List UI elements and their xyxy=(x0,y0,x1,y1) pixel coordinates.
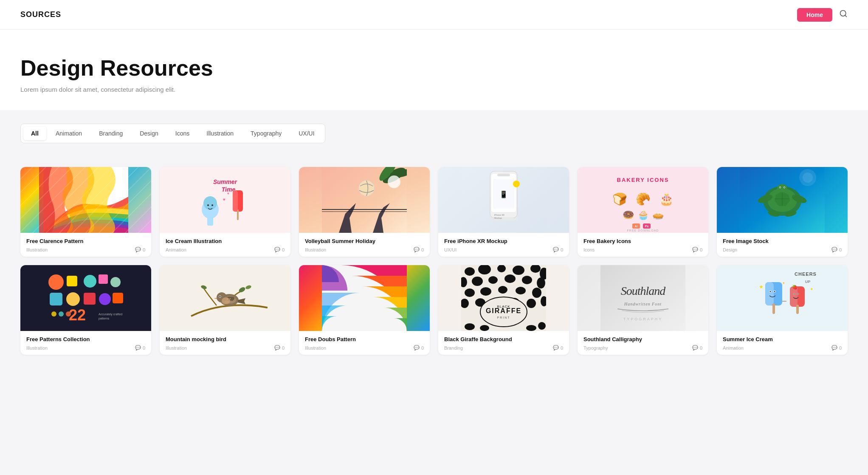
svg-text:GIRAFFE: GIRAFFE xyxy=(486,307,521,314)
svg-text:Mockup: Mockup xyxy=(494,217,502,219)
svg-text:🍞: 🍞 xyxy=(612,192,627,206)
card-meta-patterns: Illustration 💬 0 xyxy=(26,345,145,351)
comment-icon: 💬 xyxy=(831,345,837,351)
svg-point-10 xyxy=(211,204,213,206)
card-comments-iphone: 💬 0 xyxy=(553,247,563,252)
svg-text:Southland: Southland xyxy=(621,284,666,297)
filter-tab-all[interactable]: All xyxy=(23,127,46,140)
logo: SOURCES xyxy=(20,10,61,19)
card-bird[interactable]: Mountain mocking bird Illustration 💬 0 xyxy=(160,265,290,355)
card-imagestock[interactable]: Free Image Stock Design 💬 0 xyxy=(717,167,848,257)
card-title-clarence: Free Clarence Pattern xyxy=(26,238,145,244)
card-bakery[interactable]: BAKERY ICONS 🍞 🥐 🎂 🍩 🧁 🥧 Ai Ps FREE DO xyxy=(578,167,708,257)
svg-rect-73 xyxy=(113,293,123,303)
svg-point-52 xyxy=(777,184,787,192)
svg-point-115 xyxy=(527,299,536,308)
svg-point-91 xyxy=(230,298,231,299)
svg-text:iPhone XR: iPhone XR xyxy=(494,214,504,216)
comment-icon: 💬 xyxy=(135,345,141,351)
svg-text:Ai: Ai xyxy=(635,225,638,228)
svg-point-143 xyxy=(794,294,795,294)
svg-rect-65 xyxy=(67,276,77,286)
cards-grid: Free Clarence Pattern Illustration 💬 0 S… xyxy=(20,167,848,355)
filter-tab-animation[interactable]: Animation xyxy=(48,127,90,140)
svg-point-70 xyxy=(66,292,80,306)
card-body-icecream2: Summer Ice Cream Animation 💬 0 xyxy=(717,331,848,355)
svg-rect-133 xyxy=(772,303,775,314)
card-calligraphy[interactable]: Southland Handwritten Font TYPOGRAPHY So… xyxy=(578,265,708,355)
card-title-iphone: Free iPhone XR Mockup xyxy=(444,238,563,244)
card-category-patterns: Illustration xyxy=(26,345,48,351)
card-image-bird xyxy=(160,265,290,331)
svg-rect-12 xyxy=(237,209,239,220)
filter-tab-design[interactable]: Design xyxy=(132,127,166,140)
card-volleyball[interactable]: Volleyball Summer Holiday Illustration 💬… xyxy=(299,167,430,257)
svg-point-108 xyxy=(498,286,507,294)
filter-tab-illustration[interactable]: Illustration xyxy=(199,127,241,140)
card-image-patterns: 22 Accurately crafted patterns xyxy=(20,265,151,331)
filter-tab-branding[interactable]: Branding xyxy=(91,127,130,140)
filter-tab-typography[interactable]: Typography xyxy=(243,127,289,140)
card-category-iphone: UX/UI xyxy=(444,247,457,252)
filter-tabs: All Animation Branding Design Icons Illu… xyxy=(20,124,325,143)
filter-tab-icons[interactable]: Icons xyxy=(168,127,197,140)
home-button[interactable]: Home xyxy=(797,8,832,22)
svg-text:★: ★ xyxy=(759,284,764,290)
card-icecream[interactable]: Summer Time ♥ ♥ xyxy=(160,167,290,257)
svg-text:♥: ♥ xyxy=(227,192,229,195)
card-image-icecream: Summer Time ♥ ♥ xyxy=(160,167,290,233)
card-body-doubs: Free Doubs Pattern Illustration 💬 0 xyxy=(299,331,430,355)
svg-point-103 xyxy=(504,274,516,283)
svg-point-60 xyxy=(784,187,785,188)
svg-text:CHEERS: CHEERS xyxy=(795,271,817,277)
card-comments-icecream2: 💬 0 xyxy=(831,345,842,351)
card-category-imagestock: Design xyxy=(723,247,737,252)
card-meta-giraffe: Branding 💬 0 xyxy=(444,345,563,351)
card-comments-patterns: 💬 0 xyxy=(135,345,145,351)
svg-text:FREE DOWNLOAD: FREE DOWNLOAD xyxy=(627,229,659,232)
header: SOURCES Home xyxy=(0,0,868,30)
svg-point-23 xyxy=(388,175,400,188)
svg-point-72 xyxy=(99,293,111,305)
card-category-icecream: Animation xyxy=(166,247,186,252)
svg-point-77 xyxy=(51,311,56,317)
card-doubs[interactable]: Free Doubs Pattern Illustration 💬 0 xyxy=(299,265,430,355)
card-iphone[interactable]: 📱 iPhone XR Mockup Free iPhone XR Mockup… xyxy=(438,167,569,257)
comment-icon: 💬 xyxy=(274,345,280,351)
main-content: All Animation Branding Design Icons Illu… xyxy=(0,110,868,368)
card-meta-imagestock: Design 💬 0 xyxy=(723,247,842,252)
card-patterns[interactable]: 22 Accurately crafted patterns Free Patt… xyxy=(20,265,151,355)
card-body-iphone: Free iPhone XR Mockup UX/UI 💬 0 xyxy=(438,233,569,257)
card-giraffe[interactable]: BLACK GIRAFFE PRINT Black Giraffe Backgr… xyxy=(438,265,569,355)
card-category-doubs: Illustration xyxy=(305,345,326,351)
card-body-volleyball: Volleyball Summer Holiday Illustration 💬… xyxy=(299,233,430,257)
svg-point-101 xyxy=(472,277,483,286)
card-title-bakery: Free Bakery Icons xyxy=(583,238,702,244)
svg-rect-7 xyxy=(207,217,213,226)
card-icecream2[interactable]: CHEERS xyxy=(717,265,848,355)
card-image-volleyball xyxy=(299,167,430,233)
card-comments-icecream: 💬 0 xyxy=(274,247,285,252)
card-comments-imagestock: 💬 0 xyxy=(831,247,842,252)
card-comments-bakery: 💬 0 xyxy=(692,247,702,252)
svg-point-79 xyxy=(66,311,71,317)
svg-text:BAKERY ICONS: BAKERY ICONS xyxy=(617,177,669,183)
svg-rect-71 xyxy=(84,293,96,305)
svg-point-9 xyxy=(207,204,209,206)
header-right: Home xyxy=(797,8,848,22)
svg-text:✦: ✦ xyxy=(810,287,813,291)
card-clarence[interactable]: Free Clarence Pattern Illustration 💬 0 xyxy=(20,167,151,257)
svg-point-121 xyxy=(465,323,475,330)
svg-point-123 xyxy=(526,325,536,331)
svg-rect-69 xyxy=(50,293,62,305)
svg-point-64 xyxy=(48,274,64,290)
filter-tab-uxui[interactable]: UX/UI xyxy=(291,127,322,140)
svg-point-66 xyxy=(84,275,96,288)
svg-text:♥: ♥ xyxy=(223,197,225,202)
svg-point-62 xyxy=(803,172,813,183)
comment-icon: 💬 xyxy=(553,345,559,351)
svg-point-139 xyxy=(770,291,771,292)
svg-point-8 xyxy=(203,196,217,210)
search-icon-button[interactable] xyxy=(839,9,848,20)
card-image-bakery: BAKERY ICONS 🍞 🥐 🎂 🍩 🧁 🥧 Ai Ps FREE DO xyxy=(578,167,708,233)
